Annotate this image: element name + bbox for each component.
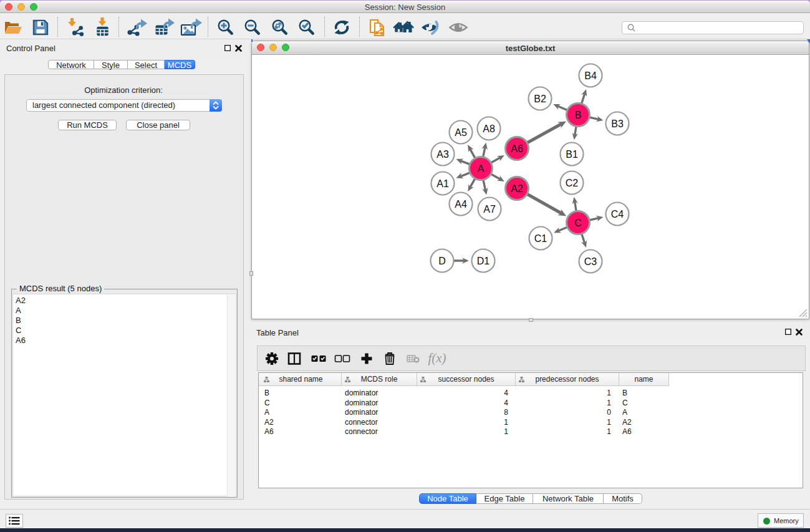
svg-text:D1: D1 bbox=[477, 256, 490, 266]
svg-text:A4: A4 bbox=[455, 199, 467, 210]
svg-text:f(x): f(x) bbox=[428, 351, 446, 365]
svg-text:C1: C1 bbox=[534, 233, 547, 244]
svg-text:A8: A8 bbox=[483, 123, 495, 134]
svg-text:A: A bbox=[478, 163, 485, 174]
svg-text:B1: B1 bbox=[566, 149, 578, 160]
svg-text:C4: C4 bbox=[611, 209, 624, 220]
svg-text:A3: A3 bbox=[436, 149, 449, 160]
svg-text:A7: A7 bbox=[483, 204, 496, 215]
svg-text:B2: B2 bbox=[534, 94, 546, 104]
svg-text:C3: C3 bbox=[584, 256, 597, 267]
svg-text:B: B bbox=[575, 110, 582, 120]
svg-text:B4: B4 bbox=[584, 70, 597, 81]
svg-text:A6: A6 bbox=[511, 143, 523, 154]
svg-text:C: C bbox=[574, 218, 582, 228]
svg-text:D: D bbox=[438, 256, 446, 266]
svg-text:C2: C2 bbox=[566, 178, 579, 188]
svg-text:A2: A2 bbox=[511, 183, 523, 194]
svg-text:B3: B3 bbox=[611, 118, 624, 129]
svg-text:A5: A5 bbox=[455, 127, 467, 138]
svg-text:A1: A1 bbox=[436, 178, 449, 189]
